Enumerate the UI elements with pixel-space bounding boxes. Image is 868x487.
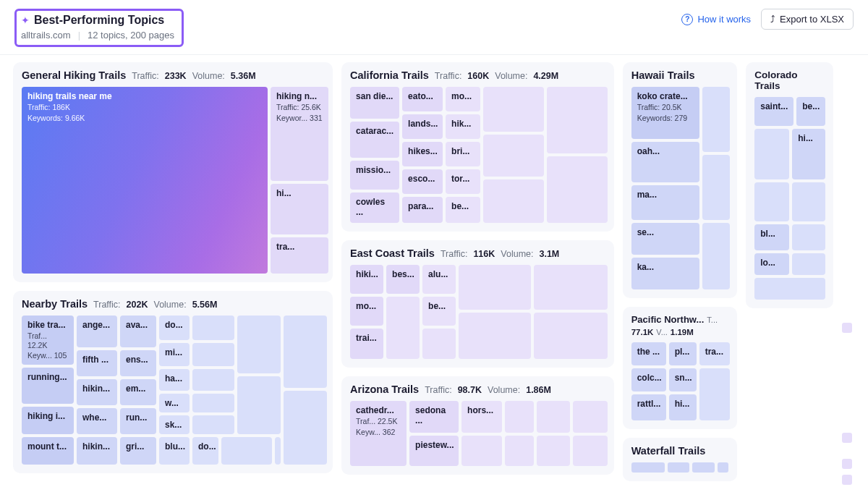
tile-blank[interactable] bbox=[573, 401, 608, 433]
tile-missio[interactable]: missio... bbox=[350, 161, 399, 190]
tile-do-2[interactable]: do... bbox=[192, 437, 218, 465]
tile-be-co[interactable]: be... bbox=[796, 97, 825, 126]
tile-blank[interactable] bbox=[537, 436, 570, 466]
tile-hi-co[interactable]: hi... bbox=[792, 129, 825, 179]
tile-blank[interactable] bbox=[792, 182, 825, 221]
tile-blank[interactable] bbox=[192, 394, 234, 412]
tile-hik[interactable]: hik... bbox=[446, 114, 480, 139]
tile-running[interactable]: running... bbox=[22, 368, 74, 404]
tile-blank[interactable] bbox=[505, 401, 534, 433]
tile-blank[interactable] bbox=[483, 179, 544, 223]
tile-blank[interactable] bbox=[547, 156, 608, 223]
tile-lands[interactable]: lands... bbox=[402, 114, 443, 139]
tile-cowles[interactable]: cowles ... bbox=[350, 192, 399, 223]
tile-para[interactable]: para... bbox=[402, 197, 443, 223]
tile-hikes[interactable]: hikes... bbox=[402, 142, 443, 166]
tile-blank[interactable] bbox=[221, 437, 272, 465]
extra-tile[interactable] bbox=[842, 433, 852, 443]
tile-hikin-2[interactable]: hikin... bbox=[77, 437, 117, 465]
tile-trai[interactable]: trai... bbox=[350, 329, 383, 359]
tile-hi-p[interactable]: hi... bbox=[669, 394, 697, 420]
tile-hors[interactable]: hors... bbox=[461, 401, 502, 433]
tile-tor[interactable]: tor... bbox=[446, 169, 480, 194]
tile-blank[interactable] bbox=[483, 135, 544, 177]
tile-bri[interactable]: bri... bbox=[446, 142, 480, 166]
tile-blank[interactable] bbox=[459, 313, 531, 359]
tile-ens[interactable]: ens... bbox=[120, 350, 156, 376]
tile-cathedr[interactable]: cathedr... Traf... 22.5K Keyw... 362 bbox=[350, 401, 407, 466]
tile-blank[interactable] bbox=[537, 401, 570, 433]
tile-eato[interactable]: eato... bbox=[402, 87, 443, 111]
panel-hawaii-trails[interactable]: Hawaii Trails koko crate... Traffic: 20.… bbox=[623, 62, 738, 298]
tile-whe[interactable]: whe... bbox=[77, 408, 117, 434]
tile-blank[interactable] bbox=[792, 253, 825, 275]
panel-general-hiking[interactable]: General Hiking Trails Traffic: 233K Volu… bbox=[13, 62, 333, 282]
tile-mo-ec[interactable]: mo... bbox=[350, 297, 383, 326]
tile-piestew[interactable]: piestew... bbox=[409, 436, 459, 466]
tile-colc[interactable]: colc... bbox=[631, 368, 666, 391]
tile-blank[interactable] bbox=[192, 369, 234, 391]
extra-tile[interactable] bbox=[842, 323, 852, 333]
tile-do-1[interactable]: do... bbox=[159, 316, 190, 340]
panel-nearby-trails[interactable]: Nearby Trails Traffic: 202K Volume: 5.56… bbox=[13, 291, 333, 473]
panel-california-trails[interactable]: California Trails Traffic: 160K Volume: … bbox=[341, 62, 614, 232]
extra-tile[interactable] bbox=[842, 459, 852, 469]
tile-blank[interactable] bbox=[754, 182, 789, 221]
tile-alu[interactable]: alu... bbox=[422, 265, 456, 294]
tile-hiking-trails-near-me[interactable]: hiking trails near me Traffic: 186K Keyw… bbox=[22, 87, 268, 274]
tile-blu[interactable]: blu... bbox=[159, 437, 190, 465]
tile-blank[interactable] bbox=[505, 436, 534, 466]
extra-tile[interactable] bbox=[842, 475, 852, 485]
tile-ha[interactable]: ha... bbox=[159, 369, 190, 391]
tile-hiking-i[interactable]: hiking i... bbox=[22, 407, 74, 434]
tile-tra[interactable]: tra... bbox=[271, 237, 328, 274]
tile-sedona[interactable]: sedona ... bbox=[409, 401, 459, 433]
tile-mi[interactable]: mi... bbox=[159, 343, 190, 366]
tile-mount-t[interactable]: mount t... bbox=[22, 437, 74, 465]
tile-blank[interactable] bbox=[237, 376, 281, 434]
tile-blank[interactable] bbox=[483, 87, 544, 132]
tile-ma[interactable]: ma... bbox=[631, 185, 699, 220]
tile-hiking-n[interactable]: hiking n... Traffic: 25.6K Keywor... 331 bbox=[271, 87, 328, 181]
tile-blank[interactable] bbox=[668, 462, 690, 473]
tile-esco[interactable]: esco... bbox=[402, 169, 443, 194]
tile-the[interactable]: the ... bbox=[631, 342, 666, 365]
panel-waterfall-trails[interactable]: Waterfall Trails bbox=[623, 438, 738, 481]
tile-blank[interactable] bbox=[284, 391, 327, 465]
tile-sn[interactable]: sn... bbox=[669, 368, 697, 391]
tile-saint[interactable]: saint... bbox=[754, 97, 793, 126]
panel-arizona-trails[interactable]: Arizona Trails Traffic: 98.7K Volume: 1.… bbox=[341, 376, 614, 475]
tile-tra-p[interactable]: tra... bbox=[699, 342, 730, 365]
tile-run[interactable]: run... bbox=[120, 408, 156, 434]
tile-catarac[interactable]: catarac... bbox=[350, 122, 399, 158]
tile-blank[interactable] bbox=[461, 436, 502, 466]
tile-blank[interactable] bbox=[692, 462, 715, 473]
tile-blank[interactable] bbox=[284, 316, 327, 388]
export-xlsx-button[interactable]: ⤴ Export to XLSX bbox=[761, 9, 854, 30]
tile-hi[interactable]: hi... bbox=[271, 184, 328, 234]
tile-hikin-1[interactable]: hikin... bbox=[77, 379, 117, 405]
tile-hiki[interactable]: hiki... bbox=[350, 265, 383, 294]
tile-blank[interactable] bbox=[754, 278, 825, 300]
panel-east-coast-trails[interactable]: East Coast Trails Traffic: 116K Volume: … bbox=[341, 240, 614, 368]
tile-blank[interactable] bbox=[534, 265, 608, 310]
tile-w[interactable]: w... bbox=[159, 394, 190, 412]
tile-blank[interactable] bbox=[534, 313, 608, 359]
tile-blank[interactable] bbox=[192, 316, 234, 340]
tile-koko-crate[interactable]: koko crate... Traffic: 20.5K Keywords: 2… bbox=[631, 87, 699, 139]
tile-ka[interactable]: ka... bbox=[631, 258, 699, 289]
tile-blank[interactable] bbox=[573, 436, 608, 466]
tile-sk[interactable]: sk... bbox=[159, 415, 190, 434]
tile-san-die[interactable]: san die... bbox=[350, 87, 399, 119]
tile-gri[interactable]: gri... bbox=[120, 437, 156, 465]
tile-mo[interactable]: mo... bbox=[446, 87, 480, 111]
tile-blank[interactable] bbox=[702, 223, 730, 289]
tile-bike[interactable]: bike tra... Traf... 12.2K Keyw... 105 bbox=[22, 316, 74, 365]
tile-blank[interactable] bbox=[192, 415, 234, 434]
tile-ava[interactable]: ava... bbox=[120, 316, 156, 347]
tile-blank[interactable] bbox=[275, 437, 281, 465]
tile-be[interactable]: be... bbox=[446, 197, 480, 223]
tile-blank[interactable] bbox=[702, 87, 730, 152]
tile-be-ec[interactable]: be... bbox=[422, 297, 456, 326]
tile-ange[interactable]: ange... bbox=[77, 316, 117, 347]
